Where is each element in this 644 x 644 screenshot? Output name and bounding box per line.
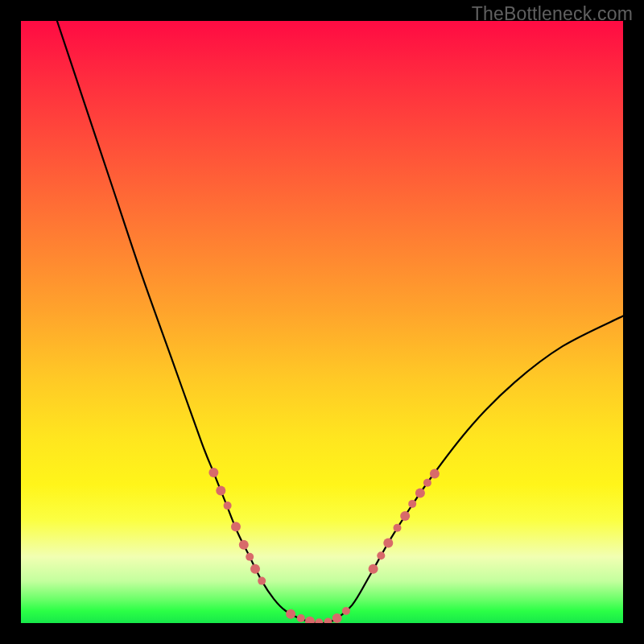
- data-marker: [297, 614, 305, 622]
- data-marker: [315, 618, 323, 623]
- chart-frame: TheBottleneck.com: [0, 0, 644, 644]
- data-marker: [250, 564, 260, 574]
- data-marker: [208, 468, 218, 477]
- data-marker: [408, 500, 416, 508]
- marker-group: [208, 468, 440, 623]
- data-marker: [258, 577, 266, 585]
- data-marker: [423, 479, 431, 487]
- bottleneck-curve: [57, 21, 623, 623]
- data-marker: [415, 488, 425, 497]
- data-marker: [239, 540, 249, 550]
- data-marker: [246, 553, 254, 561]
- data-marker: [224, 502, 232, 510]
- data-marker: [286, 609, 295, 619]
- chart-svg: [21, 21, 623, 623]
- data-marker: [377, 551, 385, 559]
- data-marker: [369, 564, 378, 574]
- data-marker: [383, 539, 393, 548]
- data-marker: [394, 524, 402, 532]
- data-marker: [216, 485, 225, 495]
- data-marker: [430, 469, 440, 479]
- attribution-label: TheBottleneck.com: [472, 3, 633, 25]
- data-marker: [400, 511, 410, 521]
- data-marker: [324, 618, 332, 624]
- data-marker: [305, 617, 315, 623]
- data-marker: [231, 522, 241, 531]
- plot-area: [21, 21, 623, 623]
- data-marker: [332, 613, 342, 623]
- data-marker: [342, 607, 350, 615]
